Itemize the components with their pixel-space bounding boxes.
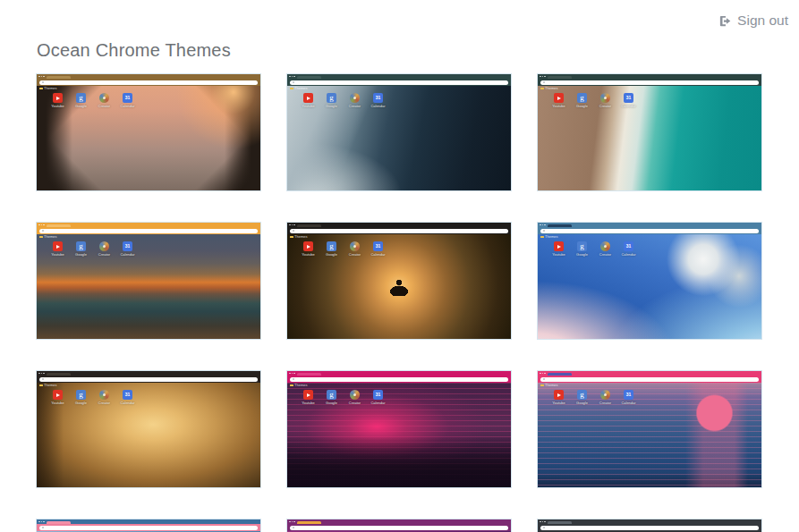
browser-tab <box>548 521 572 525</box>
app-shortcut-creator: Creator <box>348 390 361 405</box>
app-shortcut-creator: Creator <box>98 241 111 257</box>
app-label: Calendar <box>370 105 385 108</box>
bookmark-bar-item: Themes <box>290 384 307 387</box>
app-shortcut-creator: Creator <box>98 390 111 405</box>
favicon-dot-icon <box>543 527 545 528</box>
browser-tab-strip <box>287 519 511 524</box>
google-icon: g <box>327 390 336 400</box>
calendar-icon: 31 <box>373 241 383 251</box>
window-controls-icon <box>540 224 546 226</box>
app-label: Youtube <box>302 253 315 257</box>
app-label: Calendar <box>621 401 635 405</box>
theme-wallpaper: Themes Youtube g Google Creator 31 Calen… <box>287 383 511 487</box>
app-label: Calendar <box>120 253 134 257</box>
google-icon: g <box>327 241 336 251</box>
theme-card-dark-coast-cliffs[interactable]: Themes Youtube g Google Creator 31 Calen… <box>286 73 512 191</box>
theme-card-neon-cyberpunk-city[interactable]: Themes Youtube g Google Creator 31 Calen… <box>286 370 512 488</box>
theme-wallpaper: Themes Youtube g Google Creator 31 Calen… <box>37 383 260 487</box>
browser-toolbar <box>37 524 260 531</box>
browser-tab <box>548 224 572 228</box>
app-label: Calendar <box>370 401 385 405</box>
theme-card-dark-minimal-red[interactable]: Themes Youtube g Google Creator 31 Calen… <box>537 519 762 532</box>
app-shortcut-creator: Creator <box>599 93 612 108</box>
palette-icon <box>99 241 109 251</box>
app-label: Google <box>576 401 588 405</box>
browser-toolbar <box>287 79 511 86</box>
bookmark-label: Themes <box>294 87 307 90</box>
bookmark-bar-item: Themes <box>540 384 557 387</box>
calendar-icon: 31 <box>123 93 132 103</box>
browser-tab <box>297 521 321 525</box>
theme-card-turquoise-shore-aerial[interactable]: Themes Youtube g Google Creator 31 Calen… <box>537 73 762 191</box>
theme-card-pink-sun-flat-illustration[interactable]: Themes Youtube g Google Creator 31 Calen… <box>537 370 762 488</box>
themes-grid: Themes Youtube g Google Creator 31 Calen… <box>36 73 762 532</box>
app-label: Youtube <box>51 253 64 257</box>
browser-toolbar <box>37 376 260 383</box>
browser-tab-strip <box>287 223 511 227</box>
app-shortcuts-row: Youtube g Google Creator 31 Calendar <box>302 93 385 108</box>
app-label: Creator <box>98 401 110 405</box>
omnibox <box>39 229 258 233</box>
calendar-icon: 31 <box>624 241 633 251</box>
browser-tab <box>297 224 321 228</box>
palette-icon <box>350 93 360 103</box>
app-label: Creator <box>599 401 611 405</box>
app-label: Youtube <box>302 401 315 405</box>
theme-card-anime-ocean-wave[interactable]: Themes Youtube g Google Creator 31 Calen… <box>537 222 762 340</box>
app-label: Google <box>326 253 337 257</box>
browser-toolbar <box>37 227 260 234</box>
theme-card-sunset-meditation[interactable]: Themes Youtube g Google Creator 31 Calen… <box>286 222 512 340</box>
sign-out-link[interactable]: Sign out <box>718 13 788 29</box>
browser-tab <box>47 76 71 80</box>
sign-out-icon <box>718 14 732 28</box>
folder-icon <box>39 236 43 239</box>
app-shortcut-google: g Google <box>74 93 88 108</box>
app-shortcut-youtube: Youtube <box>51 93 64 108</box>
bookmark-bar-item: Themes <box>540 87 557 90</box>
theme-card-purple-magenta-gradient[interactable]: Themes Youtube g Google Creator 31 Calen… <box>286 519 512 532</box>
omnibox <box>540 526 759 530</box>
app-shortcuts-row: Youtube g Google Creator 31 Calendar <box>552 390 635 405</box>
theme-card-boardwalk-beach-sunset[interactable]: Themes Youtube g Google Creator 31 Calen… <box>36 370 261 488</box>
bookmark-label: Themes <box>545 235 557 239</box>
favicon-dot-icon <box>293 378 294 380</box>
app-shortcut-google: g Google <box>575 93 589 108</box>
palette-icon <box>600 93 610 103</box>
google-icon: g <box>577 390 587 400</box>
favicon-dot-icon <box>543 230 545 232</box>
favicon-dot-icon <box>293 81 294 83</box>
omnibox <box>290 80 508 85</box>
window-controls-icon <box>289 76 295 78</box>
window-controls-icon <box>540 76 546 78</box>
app-shortcut-google: g Google <box>325 390 338 405</box>
app-shortcut-google: g Google <box>74 390 88 405</box>
app-label: Calendar <box>621 253 635 257</box>
app-label: Google <box>75 401 87 405</box>
bookmark-label: Themes <box>44 384 56 387</box>
app-shortcut-youtube: Youtube <box>552 93 565 108</box>
youtube-icon <box>554 93 564 103</box>
window-controls-icon <box>38 373 45 375</box>
app-shortcut-youtube: Youtube <box>51 390 64 405</box>
browser-tab-strip <box>37 223 260 227</box>
app-label: Google <box>75 105 87 108</box>
browser-tab-strip <box>37 519 260 524</box>
theme-card-bay-bridge-sunset[interactable]: Themes Youtube g Google Creator 31 Calen… <box>36 73 261 191</box>
theme-card-blue-pink-surf[interactable]: Themes Youtube g Google Creator 31 Calen… <box>36 519 261 532</box>
browser-toolbar <box>287 524 511 531</box>
calendar-icon: 31 <box>373 390 383 400</box>
app-shortcut-calendar: 31 Calendar <box>121 241 134 257</box>
theme-card-stormy-sunset-beach[interactable]: Themes Youtube g Google Creator 31 Calen… <box>36 222 261 340</box>
favicon-dot-icon <box>42 81 44 83</box>
app-shortcut-calendar: 31 Calendar <box>371 93 385 108</box>
app-shortcuts-row: Youtube g Google Creator 31 Calendar <box>51 390 134 405</box>
youtube-icon <box>303 390 313 400</box>
browser-toolbar <box>37 79 260 86</box>
app-shortcut-calendar: 31 Calendar <box>622 241 635 257</box>
bookmark-label: Themes <box>545 384 557 387</box>
theme-wallpaper: Themes Youtube g Google Creator 31 Calen… <box>538 234 761 339</box>
app-shortcut-google: g Google <box>575 390 589 405</box>
favicon-dot-icon <box>42 230 44 232</box>
browser-tab-strip <box>538 74 761 79</box>
app-label: Google <box>576 253 588 257</box>
